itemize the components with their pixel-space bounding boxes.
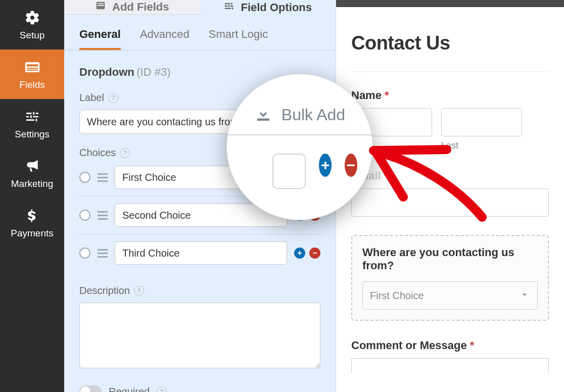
svg-rect-5 — [98, 3, 104, 4]
tab-add-fields[interactable]: Add Fields — [64, 0, 200, 15]
preview-topbar — [336, 0, 564, 7]
drag-handle-icon[interactable] — [98, 211, 108, 220]
required-row: Required ? — [79, 385, 320, 392]
label-section-title: Label — [79, 92, 104, 104]
drag-handle-icon[interactable] — [98, 173, 108, 182]
description-section-title: Description — [79, 285, 130, 297]
form-preview: Contact Us Name * First Last Email * Whe… — [336, 7, 564, 392]
add-fields-icon — [95, 0, 106, 14]
sidebar-item-marketing[interactable]: Marketing — [0, 149, 64, 198]
subtab-smart-logic[interactable]: Smart Logic — [209, 28, 268, 50]
gear-icon — [23, 9, 41, 27]
field-id: (ID #3) — [136, 66, 170, 78]
tab-add-fields-label: Add Fields — [112, 1, 169, 14]
last-sublabel: Last — [441, 140, 522, 151]
sidebar-item-settings[interactable]: Settings — [0, 99, 64, 149]
sidebar-label: Payments — [11, 228, 53, 239]
last-name-input[interactable] — [441, 108, 522, 136]
dropdown-label: Where are you contacting us from? — [362, 246, 514, 272]
choice-default-radio[interactable] — [79, 248, 90, 259]
add-choice-button[interactable]: + — [294, 248, 305, 259]
tab-field-options-label: Field Options — [241, 1, 312, 14]
bulk-add-magnified: Bulk Add — [254, 106, 345, 124]
dollar-icon — [23, 207, 41, 225]
magnified-choice-box — [272, 154, 306, 189]
choices-section-title: Choices — [79, 147, 116, 159]
chevron-down-icon — [520, 289, 530, 302]
sliders-icon — [23, 108, 41, 126]
tab-field-options[interactable]: Field Options — [200, 0, 336, 15]
description-input[interactable] — [79, 303, 320, 368]
sidebar-item-setup[interactable]: Setup — [0, 0, 64, 50]
choice-default-radio[interactable] — [79, 210, 90, 221]
preview-name-field: Name * First Last — [351, 89, 549, 151]
help-icon[interactable]: ? — [134, 286, 144, 296]
comment-input[interactable] — [351, 358, 549, 373]
required-label: Required — [109, 386, 150, 393]
form-icon — [23, 58, 41, 76]
svg-rect-2 — [26, 68, 38, 69]
required-indicator: * — [384, 169, 389, 182]
choice-row: + − — [79, 234, 320, 272]
bullhorn-icon — [23, 157, 41, 175]
comment-label: Comment or Message — [351, 339, 467, 352]
help-icon[interactable]: ? — [157, 386, 167, 392]
form-title: Contact Us — [351, 32, 549, 54]
required-indicator: * — [470, 339, 475, 352]
required-indicator: * — [385, 89, 389, 102]
subtabs: General Advanced Smart Logic — [64, 15, 336, 51]
help-icon[interactable]: ? — [120, 148, 130, 158]
magnifier-callout: Bulk Add + − — [226, 74, 373, 220]
svg-rect-1 — [26, 64, 38, 66]
sidebar-item-fields[interactable]: Fields — [0, 50, 64, 99]
remove-choice-button[interactable]: − — [309, 248, 320, 259]
sidebar-label: Marketing — [11, 178, 53, 189]
field-type: Dropdown — [79, 66, 134, 78]
preview-area: Contact Us Name * First Last Email * Whe… — [336, 0, 564, 392]
subtab-general[interactable]: General — [79, 28, 121, 50]
sidebar-label: Settings — [15, 129, 50, 140]
panel-tabs: Add Fields Field Options — [64, 0, 336, 15]
field-options-icon — [223, 1, 234, 15]
choice-default-radio[interactable] — [79, 172, 90, 183]
sidebar-item-payments[interactable]: Payments — [0, 198, 64, 248]
sidebar: Setup Fields Settings Marketing Payments — [0, 0, 64, 392]
bulk-add-magnified-text: Bulk Add — [281, 106, 345, 124]
preview-dropdown-field[interactable]: Where are you contacting us from? First … — [351, 235, 549, 321]
dropdown-select[interactable]: First Choice — [362, 281, 538, 310]
preview-email-field: Email * — [351, 169, 549, 217]
help-icon[interactable]: ? — [108, 93, 118, 103]
drag-handle-icon[interactable] — [98, 249, 108, 258]
subtab-advanced[interactable]: Advanced — [140, 28, 190, 50]
sidebar-label: Setup — [20, 30, 45, 41]
sidebar-label: Fields — [19, 79, 45, 90]
svg-rect-0 — [25, 62, 39, 72]
email-input[interactable] — [351, 188, 549, 217]
required-toggle[interactable] — [79, 385, 102, 392]
preview-comment-field: Comment or Message * — [351, 339, 549, 373]
svg-rect-3 — [26, 70, 38, 71]
divider — [351, 71, 549, 72]
magnified-remove-button: − — [345, 154, 357, 177]
description-section: Description ? — [79, 285, 320, 370]
choice-input[interactable] — [115, 241, 287, 265]
svg-rect-6 — [98, 5, 104, 6]
magnified-add-button: + — [319, 154, 332, 177]
